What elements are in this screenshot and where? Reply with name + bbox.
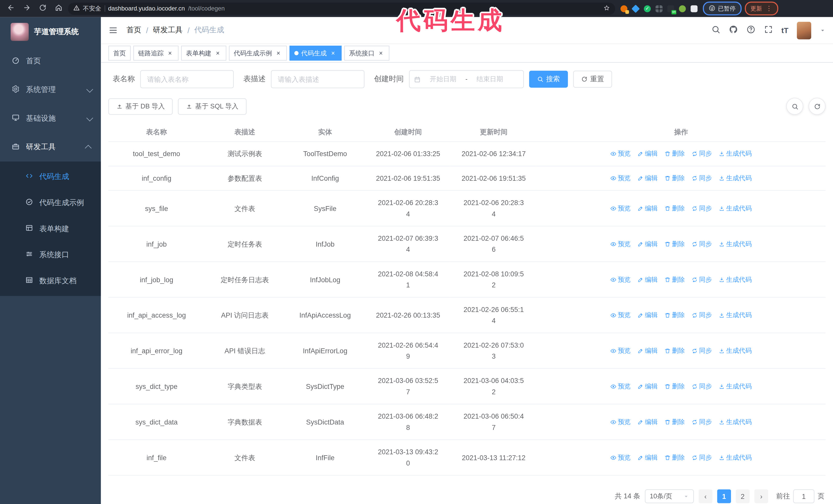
browser-reload-button[interactable] [36, 2, 49, 15]
row-action-preview[interactable]: 预览 [610, 203, 630, 214]
reset-button[interactable]: 重置 [573, 71, 612, 88]
row-action-sync[interactable]: 同步 [692, 416, 712, 428]
search-button[interactable]: 搜索 [529, 71, 568, 88]
row-action-sync[interactable]: 同步 [692, 238, 712, 250]
row-action-preview[interactable]: 预览 [610, 381, 630, 392]
goto-page-input[interactable] [793, 489, 814, 503]
row-action-preview[interactable]: 预览 [610, 452, 630, 463]
end-date-input[interactable] [470, 75, 510, 83]
import-sql-button[interactable]: 基于 SQL 导入 [178, 98, 246, 114]
search-icon[interactable] [711, 25, 720, 36]
row-action-edit[interactable]: 编辑 [638, 452, 658, 463]
tab-首页[interactable]: 首页 [109, 46, 131, 61]
row-action-generate[interactable]: 生成代码 [719, 345, 752, 356]
row-action-generate[interactable]: 生成代码 [719, 416, 752, 428]
sidebar-subitem-db-doc[interactable]: 数据库文档 [0, 268, 101, 294]
row-action-edit[interactable]: 编辑 [638, 173, 658, 184]
breadcrumb-item[interactable]: 首页 [126, 25, 141, 35]
close-tab-icon[interactable]: × [329, 49, 337, 57]
sidebar-subitem-form-builder[interactable]: 表单构建 [0, 216, 101, 242]
next-page-button[interactable]: › [754, 489, 768, 503]
font-size-icon[interactable]: tT [781, 26, 788, 34]
row-action-sync[interactable]: 同步 [692, 345, 712, 356]
row-action-delete[interactable]: 删除 [665, 345, 685, 356]
row-action-sync[interactable]: 同步 [692, 309, 712, 321]
import-db-button[interactable]: 基于 DB 导入 [109, 98, 173, 114]
fullscreen-icon[interactable] [764, 25, 773, 36]
row-action-sync[interactable]: 同步 [692, 173, 712, 184]
security-label[interactable]: 不安全 [83, 5, 101, 13]
browser-update-button[interactable]: 更新 ⋮ [744, 2, 778, 16]
ext-grid-icon[interactable] [656, 5, 663, 12]
bookmark-star-icon[interactable] [603, 5, 610, 12]
ext-on-switch-icon[interactable]: on [667, 5, 674, 12]
row-action-sync[interactable]: 同步 [692, 452, 712, 463]
row-action-generate[interactable]: 生成代码 [719, 274, 752, 285]
row-action-edit[interactable]: 编辑 [638, 148, 658, 160]
row-action-generate[interactable]: 生成代码 [719, 173, 752, 184]
browser-menu-dots-icon[interactable]: ⋮ [766, 5, 772, 12]
row-action-preview[interactable]: 预览 [610, 148, 630, 160]
table-desc-input[interactable] [271, 70, 364, 88]
row-action-generate[interactable]: 生成代码 [719, 381, 752, 392]
row-action-generate[interactable]: 生成代码 [719, 452, 752, 463]
page-button-1[interactable]: 1 [717, 489, 731, 503]
row-action-preview[interactable]: 预览 [610, 274, 630, 285]
close-tab-icon[interactable]: × [214, 49, 221, 57]
row-action-sync[interactable]: 同步 [692, 203, 712, 214]
sidebar-subitem-system-api[interactable]: 系统接口 [0, 242, 101, 268]
ext-green-check-icon[interactable]: ✓ [644, 5, 651, 12]
prev-page-button[interactable]: ‹ [699, 489, 713, 503]
row-action-preview[interactable]: 预览 [610, 416, 630, 428]
avatar-caret-down-icon[interactable] [820, 27, 826, 33]
help-icon[interactable] [746, 25, 755, 36]
ext-orange-c-icon[interactable] [620, 5, 627, 12]
row-action-delete[interactable]: 删除 [665, 416, 685, 428]
page-size-select[interactable]: 10条/页 [645, 489, 694, 503]
row-action-delete[interactable]: 删除 [665, 203, 685, 214]
table-name-input[interactable] [140, 70, 234, 88]
tab-系统接口[interactable]: 系统接口× [344, 46, 389, 61]
row-action-sync[interactable]: 同步 [692, 148, 712, 160]
row-action-edit[interactable]: 编辑 [638, 309, 658, 321]
sidebar-item-system[interactable]: 系统管理 [0, 75, 101, 104]
row-action-delete[interactable]: 删除 [665, 173, 685, 184]
row-action-sync[interactable]: 同步 [692, 274, 712, 285]
close-tab-icon[interactable]: × [377, 49, 385, 57]
sidebar-subitem-codegen-example[interactable]: 代码生成示例 [0, 190, 101, 216]
ext-blue-gem-icon[interactable] [632, 4, 640, 13]
row-action-preview[interactable]: 预览 [610, 238, 630, 250]
row-action-edit[interactable]: 编辑 [638, 416, 658, 428]
github-icon[interactable] [729, 25, 738, 36]
browser-back-button[interactable] [4, 2, 17, 15]
row-action-generate[interactable]: 生成代码 [719, 203, 752, 214]
profile-sync-paused-pill[interactable]: 😜 已暂停 [703, 2, 741, 16]
row-action-generate[interactable]: 生成代码 [719, 309, 752, 321]
toggle-search-button[interactable] [786, 98, 803, 115]
browser-home-button[interactable] [52, 2, 65, 15]
row-action-delete[interactable]: 删除 [665, 381, 685, 392]
address-bar[interactable]: 不安全 dashboard.yudao.iocoder.cn/tool/code… [68, 2, 615, 15]
tab-链路追踪[interactable]: 链路追踪× [133, 46, 178, 61]
tab-代码生成[interactable]: 代码生成× [290, 46, 342, 61]
row-action-edit[interactable]: 编辑 [638, 203, 658, 214]
row-action-delete[interactable]: 删除 [665, 238, 685, 250]
row-action-delete[interactable]: 删除 [665, 274, 685, 285]
create-time-range-picker[interactable]: - [409, 70, 524, 88]
app-logo[interactable]: 芋道管理系统 [0, 17, 101, 47]
row-action-preview[interactable]: 预览 [610, 173, 630, 184]
ext-green-icon[interactable] [679, 5, 686, 12]
row-action-delete[interactable]: 删除 [665, 148, 685, 160]
sidebar-item-home[interactable]: 首页 [0, 47, 101, 75]
row-action-generate[interactable]: 生成代码 [719, 148, 752, 160]
refresh-table-button[interactable] [809, 98, 826, 115]
row-action-sync[interactable]: 同步 [692, 381, 712, 392]
close-tab-icon[interactable]: × [166, 49, 174, 57]
breadcrumb-item[interactable]: 研发工具 [153, 25, 183, 35]
row-action-preview[interactable]: 预览 [610, 345, 630, 356]
row-action-edit[interactable]: 编辑 [638, 381, 658, 392]
row-action-preview[interactable]: 预览 [610, 309, 630, 321]
browser-forward-button[interactable] [20, 2, 33, 15]
row-action-generate[interactable]: 生成代码 [719, 238, 752, 250]
start-date-input[interactable] [423, 75, 463, 83]
